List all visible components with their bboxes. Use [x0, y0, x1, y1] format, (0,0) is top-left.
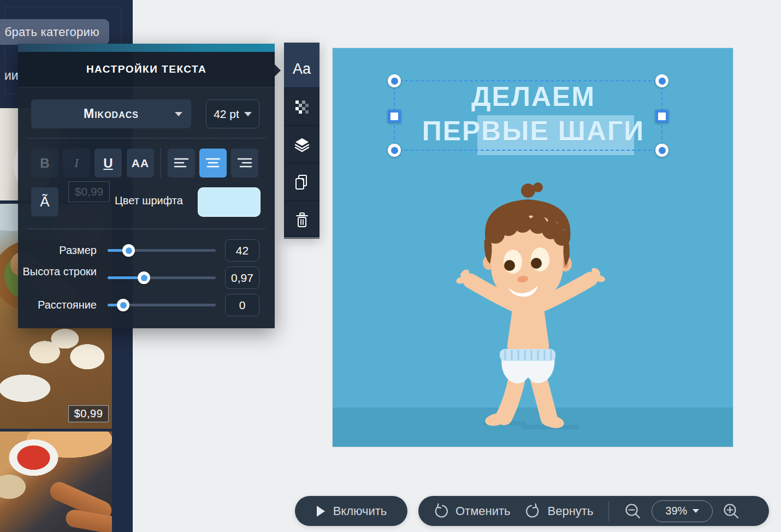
font-family-value: Mikodacs: [84, 107, 139, 121]
line-height-slider-row: Высота строки 0,97: [18, 264, 275, 291]
play-button-label: Включить: [333, 504, 387, 518]
redo-button[interactable]: Вернуть: [525, 503, 594, 519]
spacing-slider-label: Расстояние: [38, 299, 97, 311]
font-size-value: 42 pt: [214, 108, 239, 121]
panel-titlebar: НАСТРОЙКИ ТЕКСТА: [18, 52, 275, 87]
history-zoom-toolbar: Отменить Вернуть 39%: [418, 496, 769, 526]
category-list-item[interactable]: ии: [4, 68, 19, 83]
resize-handle-top-left[interactable]: [388, 74, 401, 87]
separator: [27, 228, 266, 229]
opacity-tool[interactable]: [284, 88, 319, 126]
font-color-label: Цвет шрифта: [115, 194, 183, 207]
underline-button[interactable]: U: [94, 149, 122, 178]
uppercase-button[interactable]: AA: [127, 149, 154, 178]
line-height-value[interactable]: 0,97: [225, 267, 259, 289]
chevron-down-icon: [244, 112, 252, 116]
trash-icon: [294, 212, 310, 228]
zoom-level-dropdown[interactable]: 39%: [652, 500, 713, 522]
resize-handle-top-right[interactable]: [655, 74, 668, 87]
separator: [27, 138, 266, 139]
resize-handle-middle-right[interactable]: [655, 110, 668, 123]
text-settings-panel: НАСТРОЙКИ ТЕКСТА Mikodacs 42 pt B I U AA: [18, 44, 275, 328]
undo-label: Отменить: [455, 504, 511, 518]
resize-handle-bottom-right[interactable]: [655, 144, 668, 157]
text-style-tool[interactable]: Aa: [284, 51, 319, 88]
select-category-button[interactable]: брать категорию: [0, 19, 109, 45]
zoom-in-icon: [723, 503, 740, 520]
italic-button[interactable]: I: [63, 149, 90, 178]
font-family-dropdown[interactable]: Mikodacs: [31, 99, 191, 128]
duplicate-tool[interactable]: [284, 164, 319, 201]
size-value[interactable]: 42: [225, 239, 259, 262]
panel-pointer-arrow: [275, 64, 281, 76]
spacing-slider-thumb[interactable]: [117, 299, 129, 311]
align-center-button[interactable]: [199, 149, 227, 178]
toolbar-accent-strip: [284, 43, 319, 51]
undo-button[interactable]: Отменить: [433, 503, 511, 519]
align-left-icon: [174, 157, 189, 170]
size-slider-row: Размер 42: [18, 237, 275, 264]
selection-bounding-box: [394, 80, 662, 151]
design-canvas[interactable]: Делаем первые шаги: [332, 48, 733, 447]
template-photo-sausages[interactable]: [0, 431, 112, 532]
zoom-out-icon: [624, 503, 642, 520]
panel-title: НАСТРОЙКИ ТЕКСТА: [86, 63, 206, 75]
align-center-icon: [205, 157, 221, 170]
chevron-down-icon: [693, 509, 699, 513]
font-size-dropdown[interactable]: 42 pt: [206, 99, 259, 128]
spacing-slider-row: Расстояние 0: [18, 291, 275, 318]
spellcheck-button[interactable]: Ã: [31, 187, 58, 216]
panel-header-bar: [18, 44, 275, 52]
redo-label: Вернуть: [548, 504, 594, 518]
zoom-in-button[interactable]: [723, 503, 740, 520]
spacing-value[interactable]: 0: [225, 294, 259, 316]
separator: [160, 149, 161, 178]
bold-button[interactable]: B: [31, 149, 58, 178]
baby-illustration[interactable]: [452, 181, 610, 433]
price-tag: $0,99: [68, 405, 109, 422]
line-height-slider-label: Высота строки: [22, 265, 97, 277]
redo-icon: [525, 503, 541, 519]
chevron-down-icon: [175, 112, 182, 116]
play-button[interactable]: Включить: [295, 496, 407, 526]
transparency-icon: [294, 99, 310, 115]
resize-handle-bottom-left[interactable]: [388, 144, 401, 157]
zoom-level-value: 39%: [665, 505, 687, 517]
element-toolbar: Aa: [284, 43, 319, 238]
resize-handle-middle-left[interactable]: [388, 110, 401, 123]
layers-tool[interactable]: [284, 126, 319, 163]
toolbar-divider: [608, 501, 609, 521]
align-right-icon: [237, 157, 252, 170]
ghost-price-tag: $0,99: [68, 181, 110, 202]
font-color-swatch[interactable]: [198, 187, 261, 217]
delete-tool[interactable]: [284, 202, 319, 239]
line-height-slider-thumb[interactable]: [138, 271, 150, 284]
undo-icon: [433, 503, 449, 519]
align-left-button[interactable]: [168, 149, 195, 178]
size-slider[interactable]: [108, 249, 216, 252]
play-icon: [316, 505, 326, 517]
line-height-slider[interactable]: [108, 276, 216, 279]
size-slider-thumb[interactable]: [122, 244, 135, 257]
zoom-out-button[interactable]: [624, 503, 642, 520]
spacing-slider[interactable]: [108, 304, 216, 306]
duplicate-icon: [294, 174, 310, 191]
layers-icon: [294, 137, 310, 152]
align-right-button[interactable]: [231, 149, 258, 178]
size-slider-label: Размер: [59, 244, 97, 256]
